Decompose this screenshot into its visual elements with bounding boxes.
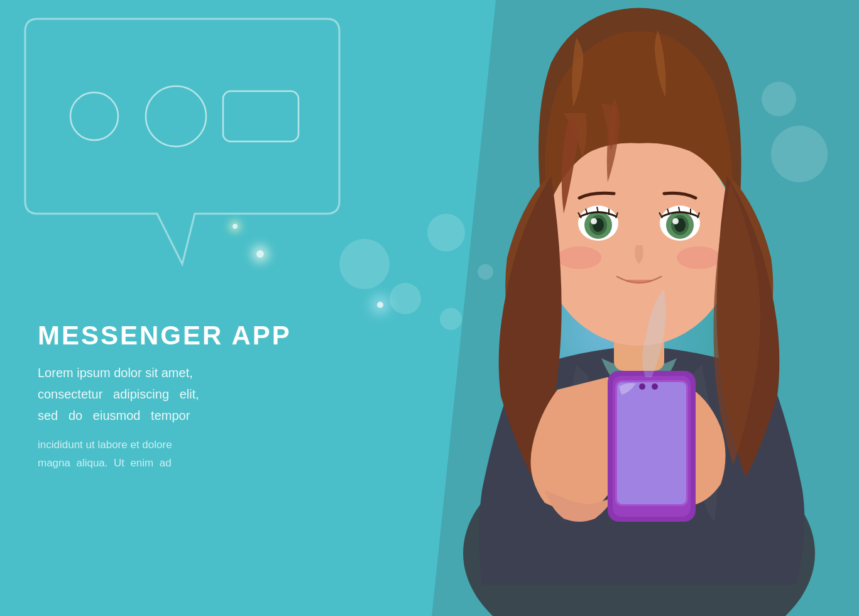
lorem-ipsum-main: Lorem ipsum dolor sit amet,consectetur a… (38, 362, 364, 426)
svg-point-35 (652, 383, 658, 390)
svg-point-26 (557, 246, 601, 269)
text-content-area: MESSENGER APP Lorem ipsum dolor sit amet… (38, 321, 364, 473)
speech-bubble (19, 13, 371, 270)
svg-point-20 (672, 218, 679, 224)
svg-point-10 (591, 218, 597, 224)
svg-rect-33 (617, 382, 686, 504)
svg-point-27 (677, 246, 721, 269)
svg-point-34 (639, 383, 645, 390)
main-scene: MESSENGER APP Lorem ipsum dolor sit amet… (0, 0, 859, 616)
app-title: MESSENGER APP (38, 321, 364, 351)
svg-rect-2 (223, 91, 298, 141)
lorem-ipsum-sub: incididunt ut labore et doloremagna aliq… (38, 436, 364, 473)
svg-point-1 (146, 86, 206, 146)
character-illustration (356, 0, 859, 616)
svg-point-0 (70, 92, 118, 140)
